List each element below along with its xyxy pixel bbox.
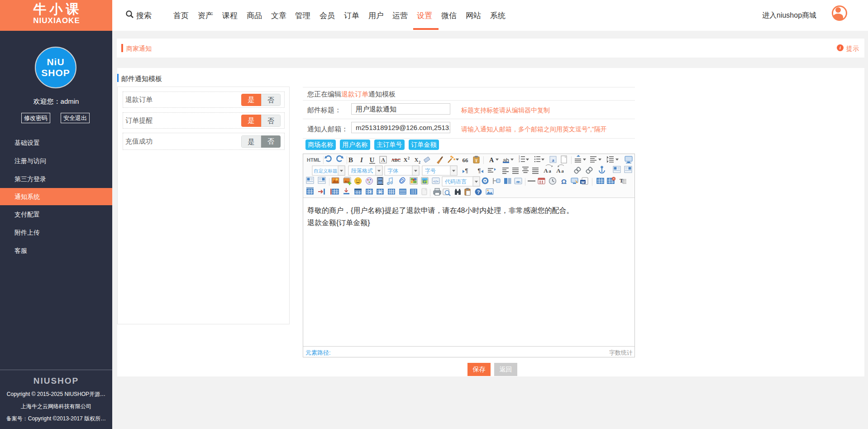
- svg-text:2: 2: [419, 160, 420, 164]
- svg-text:a: a: [548, 168, 551, 174]
- svg-text:X: X: [404, 157, 408, 163]
- svg-text:字体: 字体: [387, 168, 398, 174]
- svg-text:自定义标题: 自定义标题: [314, 168, 338, 174]
- svg-text:A: A: [556, 167, 561, 174]
- svg-text:¶: ¶: [465, 167, 468, 174]
- svg-text:字号: 字号: [425, 168, 436, 174]
- svg-text:T: T: [475, 159, 477, 163]
- svg-text:I: I: [360, 156, 363, 164]
- svg-text:¶: ¶: [478, 167, 481, 174]
- svg-text:2: 2: [408, 156, 410, 160]
- svg-text:HTML: HTML: [307, 157, 321, 163]
- svg-text:X: X: [415, 157, 419, 163]
- svg-text:W: W: [581, 180, 585, 184]
- svg-text:B: B: [348, 156, 353, 164]
- svg-text:</>: </>: [433, 179, 439, 183]
- svg-text:A: A: [381, 157, 385, 163]
- svg-text:66: 66: [463, 157, 469, 164]
- svg-text:代码语言: 代码语言: [444, 178, 467, 185]
- svg-text:Ω: Ω: [561, 178, 567, 185]
- svg-text:a: a: [552, 157, 554, 163]
- svg-text:a: a: [561, 168, 564, 174]
- svg-text:ABC: ABC: [391, 158, 401, 163]
- svg-text:A: A: [489, 157, 494, 164]
- svg-text:3: 3: [519, 160, 520, 163]
- svg-text:?: ?: [477, 189, 480, 195]
- svg-text:段落格式: 段落格式: [351, 168, 373, 174]
- svg-text:G: G: [423, 179, 427, 184]
- svg-text:A: A: [544, 167, 548, 174]
- svg-text:U: U: [370, 156, 375, 164]
